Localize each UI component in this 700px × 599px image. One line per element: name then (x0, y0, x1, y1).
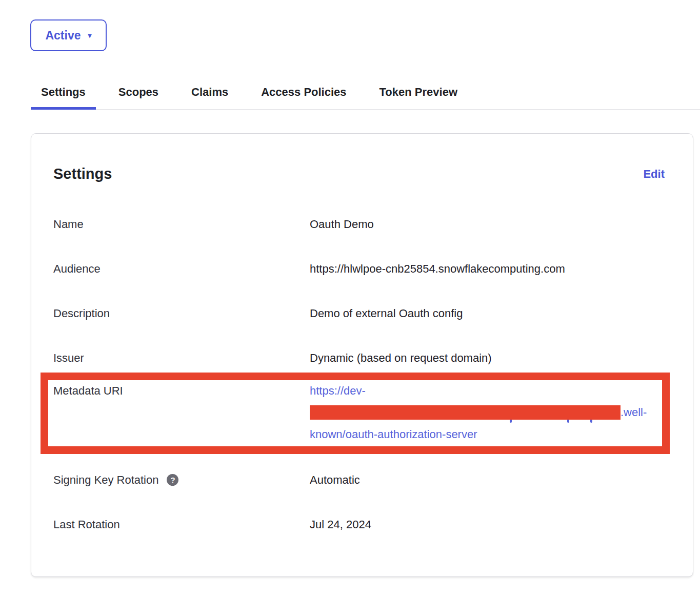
redaction-bar (310, 405, 621, 420)
field-row-issuer: Issuer Dynamic (based on request domain) (53, 351, 665, 365)
field-label: Issuer (53, 351, 310, 365)
tab-access-policies[interactable]: Access Policies (251, 78, 356, 110)
field-row-last-rotation: Last Rotation Jul 24, 2024 (53, 518, 665, 531)
tab-label: Claims (191, 86, 228, 98)
metadata-uri-link-line1[interactable]: https://dev- (310, 384, 662, 398)
field-label: Description (53, 306, 310, 320)
field-value: Automatic (310, 473, 665, 487)
tab-bar: Settings Scopes Claims Access Policies T… (31, 78, 700, 110)
chevron-down-icon: ▾ (88, 32, 92, 39)
tab-label: Token Preview (379, 86, 457, 98)
field-label: Name (53, 217, 310, 231)
field-row-name: Name Oauth Demo (53, 217, 665, 231)
settings-card: Settings Edit Name Oauth Demo Audience h… (31, 133, 693, 577)
metadata-uri-value: https://dev- .well- known/oauth-authoriz… (310, 384, 662, 446)
field-value: Dynamic (based on request domain) (310, 351, 665, 365)
card-title: Settings (53, 166, 112, 182)
field-value: Demo of external Oauth config (310, 306, 665, 320)
page: Active ▾ Settings Scopes Claims Access P… (0, 0, 700, 599)
tab-label: Scopes (118, 86, 158, 98)
redacted-descender (590, 420, 592, 423)
metadata-uri-link-suffix[interactable]: .well- (621, 405, 647, 420)
field-value: Oauth Demo (310, 217, 665, 231)
edit-link[interactable]: Edit (643, 168, 665, 181)
field-label: Metadata URI (53, 384, 310, 446)
field-row-metadata-uri: Metadata URI https://dev- .well- known/o… (48, 380, 662, 446)
field-row-audience: Audience https://hlwlpoe-cnb25854.snowfl… (53, 262, 665, 276)
annotation-highlight-box: Metadata URI https://dev- .well- known/o… (41, 373, 670, 454)
redacted-descender (567, 420, 569, 423)
field-label: Signing Key Rotation (53, 473, 158, 487)
tab-scopes[interactable]: Scopes (108, 78, 169, 110)
redaction-bar-wrap (310, 405, 621, 420)
metadata-uri-link-line2: .well- (310, 405, 662, 420)
tab-claims[interactable]: Claims (181, 78, 238, 110)
tab-token-preview[interactable]: Token Preview (369, 78, 468, 110)
field-label: Audience (53, 262, 310, 276)
tab-label: Settings (41, 86, 86, 98)
status-dropdown-button[interactable]: Active ▾ (30, 19, 107, 51)
field-value: Jul 24, 2024 (310, 518, 665, 531)
tab-label: Access Policies (261, 86, 346, 98)
tab-settings[interactable]: Settings (31, 78, 96, 110)
field-row-signing-key-rotation: Signing Key Rotation ? Automatic (53, 473, 665, 487)
help-icon[interactable]: ? (167, 474, 178, 486)
field-value: https://hlwlpoe-cnb25854.snowflakecomput… (310, 262, 665, 276)
redacted-descender (510, 420, 512, 423)
status-dropdown-label: Active (45, 29, 81, 43)
metadata-uri-link-line3[interactable]: known/oauth-authorization-server (310, 427, 662, 441)
field-row-description: Description Demo of external Oauth confi… (53, 306, 665, 320)
field-label: Last Rotation (53, 518, 310, 531)
